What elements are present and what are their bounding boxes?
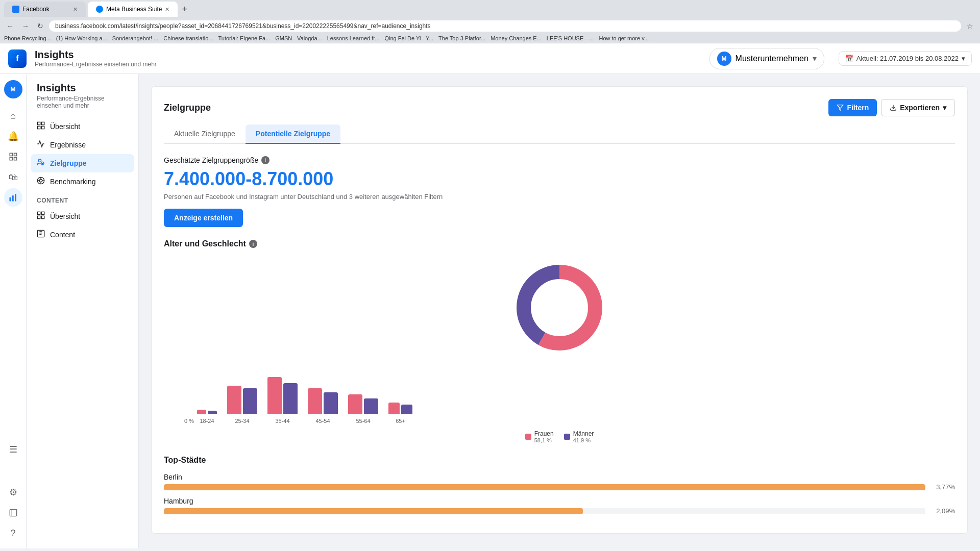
bookmark-button[interactable]: ☆ <box>964 21 976 31</box>
bookmark-5[interactable]: Tutorial: Eigene Fa... <box>218 35 271 41</box>
sidebar-item-content-label: Content <box>50 231 75 239</box>
tab-facebook-close[interactable]: ✕ <box>73 6 78 13</box>
bookmark-1[interactable]: Phone Recycling... <box>4 35 51 41</box>
bar-maenner-18-24 <box>208 411 217 414</box>
bar-frauen-18-24 <box>197 410 206 414</box>
sidebar-item-content-overview[interactable]: Übersicht <box>31 207 134 226</box>
age-label-45-54: 45-54 <box>315 418 330 424</box>
age-gender-info-icon[interactable]: i <box>249 240 257 248</box>
zielgruppe-title: Zielgruppe <box>164 103 211 113</box>
help-icon-btn[interactable]: ? <box>4 524 22 542</box>
export-button[interactable]: Exportieren ▾ <box>881 99 955 116</box>
svg-rect-0 <box>10 153 12 156</box>
home-icon-btn[interactable]: ⌂ <box>4 107 22 125</box>
estimated-size-text: Geschätzte Zielgruppengröße <box>164 156 258 164</box>
panel-icon-btn[interactable] <box>4 504 22 522</box>
bookmark-6[interactable]: GMSN - Valogda... <box>275 35 322 41</box>
svg-rect-6 <box>15 194 16 201</box>
user-avatar-icon[interactable]: M <box>4 80 22 98</box>
sidebar-item-benchmarking[interactable]: Benchmarking <box>31 172 134 191</box>
bookmark-2[interactable]: (1) How Working a... <box>56 35 107 41</box>
city-berlin-bar-fill <box>164 484 925 490</box>
bookmark-8[interactable]: Qing Fei De Yi - Y... <box>384 35 433 41</box>
estimated-size-info-icon[interactable]: i <box>261 156 270 164</box>
results-icon <box>37 140 45 150</box>
svg-marker-29 <box>838 105 844 111</box>
content-icon <box>37 230 45 240</box>
age-gender-section-label: Alter und Geschlecht i <box>164 239 955 248</box>
new-tab-button[interactable]: + <box>182 4 187 15</box>
notifications-icon-btn[interactable]: 🔔 <box>4 127 22 145</box>
age-group-18-24: 18-24 <box>197 410 217 424</box>
bar-frauen-55-64 <box>348 394 362 414</box>
date-range-selector[interactable]: 📅 Aktuell: 21.07.2019 bis 20.08.2022 ▾ <box>839 51 972 66</box>
forward-button[interactable]: → <box>19 21 32 31</box>
bar-frauen-35-44 <box>267 377 282 414</box>
svg-rect-3 <box>10 158 12 160</box>
tab-meta-close[interactable]: ✕ <box>165 6 169 13</box>
bookmark-9[interactable]: The Top 3 Platfor... <box>438 35 485 41</box>
age-group-55-64: 55-64 <box>348 394 378 424</box>
settings-icon-btn[interactable]: ⚙ <box>4 483 22 502</box>
age-group-35-44: 35-44 <box>267 377 298 424</box>
bookmark-4[interactable]: Chinese translatio... <box>163 35 213 41</box>
create-ad-button[interactable]: Anzeige erstellen <box>164 209 243 227</box>
sidebar-item-content[interactable]: Content <box>31 226 134 244</box>
content-section-title: Content <box>31 191 134 207</box>
burger-menu-icon-btn[interactable]: ☰ <box>4 440 22 459</box>
company-dropdown-icon: ▾ <box>813 54 817 63</box>
frauen-pct: 58,1 % <box>534 437 554 443</box>
action-buttons: Filtern Exportieren ▾ <box>828 99 955 116</box>
bookmark-7[interactable]: Lessons Learned fr... <box>327 35 380 41</box>
export-button-label: Exportieren <box>900 104 940 112</box>
city-hamburg-bar-bg <box>164 508 925 514</box>
bookmark-11[interactable]: LEE'S HOUSE—... <box>547 35 594 41</box>
age-group-65plus: 65+ <box>388 403 412 424</box>
date-range-text: Aktuell: 21.07.2019 bis 20.08.2022 <box>856 55 959 62</box>
svg-rect-10 <box>41 122 44 124</box>
back-button[interactable]: ← <box>4 21 16 31</box>
svg-point-13 <box>38 159 41 162</box>
svg-rect-9 <box>37 122 40 124</box>
age-gender-text: Alter und Geschlecht <box>164 239 246 248</box>
tab-aktuelle-label: Aktuelle Zielgruppe <box>174 130 235 138</box>
sidebar-item-overview[interactable]: Übersicht <box>31 117 134 136</box>
date-chevron-icon: ▾ <box>962 55 965 62</box>
maenner-legend-dot <box>564 434 570 440</box>
tab-facebook[interactable]: Facebook ✕ <box>4 2 86 17</box>
svg-rect-7 <box>10 509 16 516</box>
top-bar: f Insights Performance-Ergebnisse einseh… <box>0 43 980 74</box>
shop-icon-btn[interactable]: 🛍 <box>4 168 22 186</box>
tab-potentielle-label: Potentielle Zielgruppe <box>256 130 330 138</box>
city-berlin-pct: 3,77% <box>930 483 955 491</box>
estimated-size-label-row: Geschätzte Zielgruppengröße i <box>164 156 955 164</box>
bookmark-10[interactable]: Money Changes E... <box>491 35 542 41</box>
age-label-55-64: 55-64 <box>356 418 370 424</box>
city-hamburg-label: Hamburg <box>164 497 955 505</box>
bar-frauen-45-54 <box>308 388 322 414</box>
bookmark-12[interactable]: How to get more v... <box>599 35 649 41</box>
pages-icon-btn[interactable] <box>4 147 22 166</box>
tab-potentielle[interactable]: Potentielle Zielgruppe <box>246 124 340 144</box>
donut-chart <box>508 257 610 359</box>
city-hamburg-bar-fill <box>164 508 583 514</box>
svg-rect-4 <box>9 197 11 202</box>
company-selector[interactable]: M Musterunternehmen ▾ <box>709 48 824 69</box>
age-group-25-34: 25-34 <box>227 386 257 424</box>
sidebar-item-results[interactable]: Ergebnisse <box>31 136 134 154</box>
sidebar-item-results-label: Ergebnisse <box>50 141 86 149</box>
sidebar-item-audience[interactable]: Zielgruppe <box>31 154 134 172</box>
refresh-button[interactable]: ↻ <box>35 21 46 31</box>
chart-legend: Frauen 58,1 % Männer 41,9 % <box>164 430 955 443</box>
tab-meta[interactable]: Meta Business Suite ✕ <box>88 2 178 17</box>
analytics-icon-btn[interactable] <box>4 188 22 207</box>
bookmarks-bar: Phone Recycling... (1) How Working a... … <box>0 34 980 43</box>
tab-aktuelle[interactable]: Aktuelle Zielgruppe <box>164 124 246 144</box>
filter-button[interactable]: Filtern <box>828 99 877 116</box>
svg-rect-1 <box>14 153 16 156</box>
bar-maenner-25-34 <box>243 388 257 414</box>
bookmark-3[interactable]: Sonderangebot! ... <box>112 35 159 41</box>
y-axis-label: 0 % <box>184 418 194 424</box>
url-bar[interactable] <box>49 20 961 32</box>
city-berlin-label: Berlin <box>164 473 955 481</box>
